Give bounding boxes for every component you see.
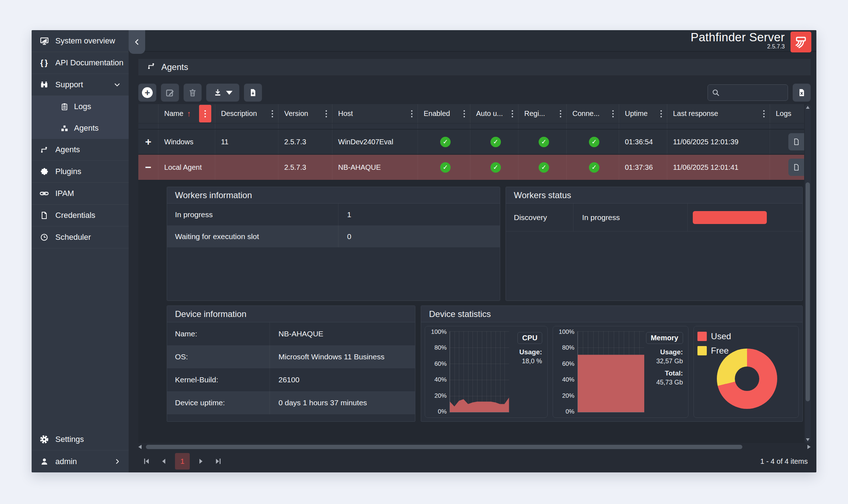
app-header: Pathfinder Server 2.5.7.3 bbox=[129, 30, 816, 52]
first-page-button[interactable] bbox=[140, 455, 153, 467]
cell-uptime: 01:37:36 bbox=[619, 155, 667, 180]
pathfinder-logo bbox=[791, 32, 811, 52]
edit-button[interactable] bbox=[161, 84, 179, 102]
check-circle-icon: ✓ bbox=[490, 162, 501, 173]
check-circle-icon: ✓ bbox=[589, 162, 599, 173]
legend-used: Used bbox=[697, 331, 795, 341]
column-header-auto-update[interactable]: Auto u... bbox=[470, 104, 519, 123]
edit-icon bbox=[165, 88, 175, 98]
device-statistics-panel: Device statistics 100%80%60%40%20%0% CPU… bbox=[421, 305, 803, 422]
cell-version: 2.5.7.3 bbox=[278, 130, 332, 154]
column-header-logs[interactable]: Logs bbox=[770, 104, 804, 123]
column-header-registered[interactable]: Regi... bbox=[519, 104, 567, 123]
excel-file-icon bbox=[797, 88, 806, 97]
last-page-button[interactable] bbox=[212, 455, 224, 467]
user-icon bbox=[39, 457, 50, 466]
memory-chart-card: 100%80%60%40%20%0% Memory Usage: 32,57 G… bbox=[553, 326, 688, 418]
column-header-description[interactable]: Description bbox=[215, 104, 278, 123]
cell-connected: ✓ bbox=[567, 155, 619, 180]
column-menu-icon[interactable] bbox=[558, 108, 563, 120]
column-menu-icon[interactable] bbox=[610, 108, 616, 120]
download-split-button[interactable] bbox=[206, 84, 239, 102]
column-menu-icon[interactable] bbox=[409, 108, 415, 120]
column-header-uptime[interactable]: Uptime bbox=[619, 104, 667, 123]
horizontal-scrollbar-thumb[interactable] bbox=[146, 445, 742, 449]
memory-chip: Memory bbox=[646, 332, 683, 344]
scroll-down-arrow-icon[interactable] bbox=[806, 438, 810, 441]
memory-donut-chart bbox=[717, 349, 777, 409]
vertical-scrollbar[interactable] bbox=[805, 104, 811, 443]
info-row: Device uptime: 0 days 1 hours 37 minutes bbox=[167, 391, 415, 414]
worker-status: In progress bbox=[573, 204, 688, 231]
column-menu-icon[interactable] bbox=[323, 108, 329, 120]
cell-name: Local Agent bbox=[158, 155, 215, 180]
worker-progress-bar[interactable] bbox=[693, 211, 767, 224]
column-menu-icon[interactable] bbox=[461, 108, 467, 120]
chevron-down-icon bbox=[114, 81, 121, 88]
sidebar-item-label: API Documentation bbox=[55, 58, 124, 67]
expand-row-button[interactable]: + bbox=[138, 130, 158, 154]
table-row[interactable]: + Windows 11 2.5.7.3 WinDev2407Eval ✓ ✓ … bbox=[138, 129, 804, 154]
horizontal-scrollbar[interactable] bbox=[138, 444, 811, 449]
horizontal-scrollbar-track[interactable] bbox=[143, 445, 806, 449]
row-logs-button[interactable] bbox=[788, 159, 804, 176]
column-header-last-response[interactable]: Last response bbox=[667, 104, 770, 123]
group-strip bbox=[138, 123, 804, 129]
binoculars-icon bbox=[39, 80, 50, 89]
scroll-right-arrow-icon[interactable] bbox=[807, 445, 811, 449]
cell-registered: ✓ bbox=[519, 155, 567, 180]
cell-enabled: ✓ bbox=[418, 155, 470, 180]
cell-logs bbox=[770, 155, 804, 180]
sidebar-item-system-overview[interactable]: System overview bbox=[32, 30, 129, 52]
column-header-name[interactable]: Name ↑ bbox=[158, 104, 215, 123]
page-number-button[interactable]: 1 bbox=[175, 453, 190, 470]
column-menu-icon[interactable] bbox=[761, 108, 767, 120]
next-page-button[interactable] bbox=[195, 455, 207, 467]
sidebar-item-scheduler[interactable]: Scheduler bbox=[32, 227, 129, 248]
collapse-row-button[interactable]: − bbox=[138, 155, 158, 180]
column-header-version[interactable]: Version bbox=[278, 104, 332, 123]
free-swatch bbox=[697, 346, 707, 355]
add-agent-button[interactable]: + bbox=[138, 84, 156, 102]
workers-status-panel: Workers status Discovery In progress bbox=[506, 187, 803, 301]
sidebar-collapse-button[interactable] bbox=[129, 30, 145, 54]
sidebar-item-agents[interactable]: Agents bbox=[32, 139, 129, 161]
sidebar-item-api-documentation[interactable]: { } API Documentation bbox=[32, 52, 129, 74]
cell-description bbox=[215, 155, 278, 180]
column-menu-icon[interactable] bbox=[269, 108, 275, 120]
app-window: System overview { } API Documentation Su… bbox=[32, 30, 816, 472]
sidebar-item-agents-support[interactable]: Agents bbox=[32, 117, 129, 139]
sidebar-item-credentials[interactable]: Credentials bbox=[32, 205, 129, 227]
row-logs-button[interactable] bbox=[788, 133, 804, 150]
sidebar-item-support[interactable]: Support bbox=[32, 74, 129, 96]
sidebar-item-logs[interactable]: Logs bbox=[32, 96, 129, 117]
export-report-button[interactable] bbox=[244, 84, 262, 102]
sidebar-item-settings[interactable]: Settings bbox=[32, 429, 129, 451]
chevron-right-icon bbox=[114, 458, 121, 465]
table-row-selected[interactable]: − Local Agent 2.5.7.3 NB-AHAQUE ✓ ✓ ✓ ✓ … bbox=[138, 154, 804, 180]
vertical-scrollbar-thumb[interactable] bbox=[806, 182, 810, 401]
panel-title: Device statistics bbox=[421, 306, 802, 322]
cell-host: NB-AHAQUE bbox=[332, 155, 418, 180]
sidebar-spacer bbox=[32, 248, 129, 429]
scroll-up-arrow-icon[interactable] bbox=[806, 106, 810, 109]
search-input[interactable] bbox=[723, 89, 784, 97]
column-menu-icon[interactable] bbox=[510, 108, 515, 120]
column-header-enabled[interactable]: Enabled bbox=[418, 104, 470, 123]
sidebar-item-plugins[interactable]: Plugins bbox=[32, 161, 129, 183]
cell-description: 11 bbox=[215, 130, 278, 154]
column-header-host[interactable]: Host bbox=[332, 104, 418, 123]
export-excel-button[interactable] bbox=[793, 84, 811, 102]
cell-registered: ✓ bbox=[519, 130, 567, 154]
scroll-left-arrow-icon[interactable] bbox=[138, 445, 142, 449]
column-menu-name-icon[interactable] bbox=[199, 105, 211, 122]
column-header-connected[interactable]: Conne... bbox=[567, 104, 619, 123]
column-menu-icon[interactable] bbox=[658, 108, 664, 120]
delete-button[interactable] bbox=[184, 84, 202, 102]
sidebar: System overview { } API Documentation Su… bbox=[32, 30, 129, 472]
sidebar-item-ipam[interactable]: IPAM bbox=[32, 183, 129, 205]
previous-page-button[interactable] bbox=[158, 455, 170, 467]
cpu-chip: CPU bbox=[517, 332, 542, 344]
sidebar-item-admin[interactable]: admin bbox=[32, 451, 129, 472]
device-information-panel: Device information Name: NB-AHAQUE OS: M… bbox=[167, 305, 415, 422]
